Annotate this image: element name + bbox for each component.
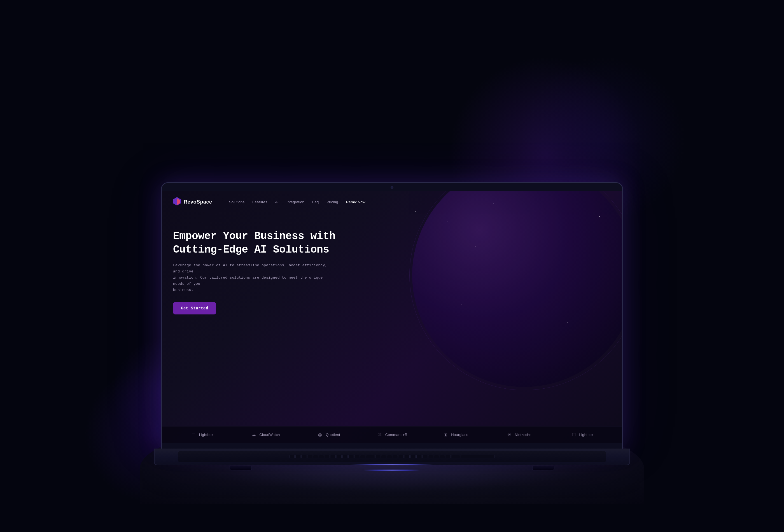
key bbox=[446, 455, 451, 458]
lightbox-1-icon: ☐ bbox=[190, 432, 197, 438]
brand-nietzsche-label: Nietzsche bbox=[515, 432, 531, 437]
key bbox=[319, 455, 324, 458]
key bbox=[393, 455, 398, 458]
nav-link-faq[interactable]: Faq bbox=[312, 200, 319, 204]
nav-link-solutions[interactable]: Solutions bbox=[229, 200, 245, 204]
nav-link-pricing[interactable]: Pricing bbox=[327, 200, 338, 204]
brand-hourglass-label: Hourglass bbox=[451, 432, 468, 437]
brand-quotient: ◎ Quotient bbox=[297, 432, 360, 438]
key bbox=[399, 455, 404, 458]
key bbox=[428, 455, 433, 458]
commandr-icon: ⌘ bbox=[376, 432, 383, 438]
brand-cloudwatch-label: CloudWatch bbox=[259, 432, 280, 437]
key bbox=[337, 455, 342, 458]
key-wide bbox=[452, 455, 460, 458]
quotient-icon: ◎ bbox=[317, 432, 323, 438]
cloudwatch-icon: ☁ bbox=[251, 432, 257, 438]
key-wide bbox=[366, 455, 374, 458]
hero-title: Empower Your Business withCutting-Edge A… bbox=[173, 230, 347, 256]
laptop-hinge bbox=[364, 470, 420, 471]
key bbox=[404, 455, 410, 458]
brand-cloudwatch: ☁ CloudWatch bbox=[233, 432, 297, 438]
brand-commandr: ⌘ Command+R bbox=[360, 432, 424, 438]
logo-icon bbox=[173, 197, 181, 207]
key bbox=[307, 455, 312, 458]
nav-link-features[interactable]: Features bbox=[252, 200, 267, 204]
brand-nietzsche: ✳ Nietzsche bbox=[487, 432, 550, 438]
laptop-base bbox=[154, 449, 630, 465]
key bbox=[342, 455, 347, 458]
key bbox=[416, 455, 421, 458]
key bbox=[354, 455, 359, 458]
key bbox=[331, 455, 336, 458]
brand-lightbox-2-label: Lightbox bbox=[579, 432, 594, 437]
spacebar bbox=[461, 455, 495, 458]
laptop-foot-right bbox=[532, 466, 554, 470]
hero-subtitle: Leverage the power of AI to streamline o… bbox=[173, 262, 330, 293]
logo[interactable]: RevoSpace bbox=[173, 197, 212, 207]
camera-dot bbox=[391, 186, 393, 189]
logo-text: RevoSpace bbox=[184, 199, 212, 205]
key bbox=[289, 455, 295, 458]
key bbox=[313, 455, 318, 458]
laptop-foot-left bbox=[230, 466, 252, 470]
key bbox=[360, 455, 365, 458]
hero-section: Empower Your Business withCutting-Edge A… bbox=[162, 213, 358, 326]
brand-commandr-label: Command+R bbox=[385, 432, 408, 437]
laptop-screen: RevoSpace Solutions Features AI Integrat… bbox=[161, 182, 623, 449]
brand-hourglass: ⧗ Hourglass bbox=[424, 432, 487, 438]
keyboard bbox=[178, 451, 606, 462]
nav-link-remix[interactable]: Remix Now bbox=[346, 200, 365, 204]
laptop: RevoSpace Solutions Features AI Integrat… bbox=[154, 182, 630, 470]
key bbox=[411, 455, 416, 458]
web-content: RevoSpace Solutions Features AI Integrat… bbox=[162, 191, 622, 443]
key bbox=[440, 455, 445, 458]
key bbox=[348, 455, 353, 458]
nietzsche-icon: ✳ bbox=[506, 432, 512, 438]
screen-bezel-bottom bbox=[162, 443, 622, 449]
scene: RevoSpace Solutions Features AI Integrat… bbox=[84, 28, 700, 504]
key bbox=[381, 455, 386, 458]
key bbox=[434, 455, 439, 458]
get-started-button[interactable]: Get Started bbox=[173, 302, 216, 314]
nav-links: Solutions Features AI Integration Faq Pr… bbox=[229, 200, 365, 204]
hourglass-icon: ⧗ bbox=[442, 432, 449, 438]
brand-lightbox-2: ☐ Lightbox bbox=[551, 432, 614, 438]
brand-lightbox-1: ☐ Lightbox bbox=[170, 432, 233, 438]
nav-link-ai[interactable]: AI bbox=[275, 200, 279, 204]
nav-link-integration[interactable]: Integration bbox=[286, 200, 304, 204]
brand-lightbox-1-label: Lightbox bbox=[199, 432, 214, 437]
navbar: RevoSpace Solutions Features AI Integrat… bbox=[162, 191, 622, 213]
key bbox=[422, 455, 427, 458]
lightbox-2-icon: ☐ bbox=[571, 432, 577, 438]
brand-quotient-label: Quotient bbox=[326, 432, 340, 437]
brand-bar: ☐ Lightbox ☁ CloudWatch ◎ Quotient ⌘ Com… bbox=[162, 426, 622, 443]
key bbox=[325, 455, 330, 458]
key bbox=[301, 455, 306, 458]
key bbox=[387, 455, 392, 458]
key bbox=[296, 455, 301, 458]
key bbox=[375, 455, 380, 458]
